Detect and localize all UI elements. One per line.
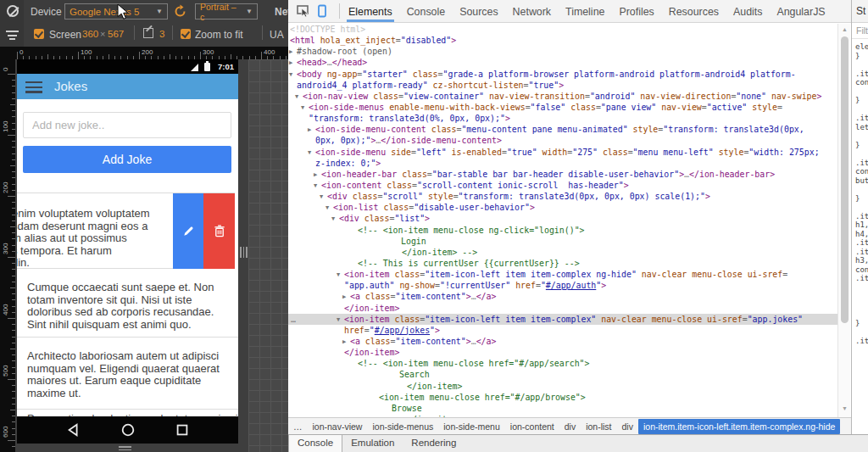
tab-sources[interactable]: Sources (459, 1, 498, 22)
breadcrumb-item[interactable]: ion-side-menu (438, 420, 505, 433)
dom-tree-line[interactable]: android4_4 platform-ready" cz-shortcut-l… (288, 80, 837, 91)
dom-tree-line[interactable]: ▶<ion-side-menu-content class="menu-cont… (288, 124, 837, 135)
dom-tree-line[interactable]: …▼<ion-item class="item-icon-left item i… (288, 314, 837, 325)
dom-tree-line[interactable]: ▼<ion-side-menus enable-menu-with-back-v… (288, 102, 837, 113)
dom-tree-line[interactable]: </ion-item> --> (288, 247, 837, 258)
back-icon[interactable] (66, 422, 81, 438)
code-token: menu-close (647, 315, 702, 324)
home-icon[interactable] (120, 422, 136, 438)
block-overrides-icon[interactable] (7, 5, 19, 17)
css-rule-fragment: .it (855, 70, 868, 79)
dom-tree-line[interactable]: Login (288, 236, 837, 247)
dom-tree-line[interactable]: ▼<ion-side-menu side="left" is-enabled="… (288, 147, 837, 158)
breadcrumb-item[interactable]: ion-side-menus (367, 420, 438, 433)
joke-item-partial[interactable]: Praesentium laudantium voluptatem quia s… (17, 410, 238, 416)
edit-joke-button[interactable] (173, 193, 203, 269)
code-token: <html (290, 36, 315, 45)
tab-profiles[interactable]: Profiles (619, 1, 654, 22)
dom-tree-line[interactable]: <ion-item menu-close href="#/app/browse"… (288, 392, 837, 403)
joke-item[interactable]: Cumque occaecati sunt saepe et. Nontotam… (17, 269, 238, 338)
device-select[interactable]: Google Nexus 5 ▼ (64, 3, 168, 20)
breadcrumb-item[interactable]: div (559, 420, 581, 433)
breadcrumb-item[interactable]: ion-content (505, 420, 559, 433)
scroll-down-icon[interactable]: ▼ (838, 405, 851, 411)
styles-panel-title[interactable]: St (852, 0, 868, 23)
joke-item[interactable]: enim voluptatem voluptatemsdam deserunt … (17, 193, 235, 269)
drawer-tab-rendering[interactable]: Rendering (403, 435, 465, 452)
tab-console[interactable]: Console (407, 1, 445, 22)
orientation-select[interactable]: Portrait – c ▼ (195, 3, 258, 20)
screen-resize-handle[interactable] (240, 247, 248, 258)
dom-tree-line[interactable]: ▼<ion-content class="scroll-content ioni… (288, 180, 837, 191)
breadcrumb-item[interactable]: ion-list (581, 420, 616, 433)
device-mode-icon[interactable] (315, 4, 329, 18)
rotate-icon[interactable] (173, 4, 187, 19)
dom-tree-line[interactable]: ▶<a class="item-content">…</a> (288, 291, 837, 302)
code-token: > (505, 114, 510, 123)
screen-height-value[interactable]: 567 (108, 29, 124, 39)
dom-tree-line[interactable]: ▼<div class="scroll" style="transform: t… (288, 191, 837, 202)
breadcrumb-item[interactable]: … (288, 420, 308, 433)
dom-tree-line[interactable]: "app.auth" ng-show="!currentUser" href="… (288, 280, 837, 291)
hamburger-menu-icon[interactable] (25, 81, 42, 96)
drawer-tab-console[interactable]: Console (288, 435, 342, 452)
code-token: > (435, 326, 440, 335)
dom-tree-line[interactable]: ▼<ion-nav-view class="view-container" na… (288, 91, 837, 102)
joke-item[interactable]: Architecto laboriosam autem ut adipiscin… (17, 338, 238, 410)
device-pixel-ratio-icon (143, 28, 153, 38)
code-token: is-enabled (447, 148, 502, 157)
screen-checkbox[interactable] (34, 29, 44, 39)
dom-tree-line[interactable]: ▶<a class="item-content">…</a> (288, 336, 837, 347)
code-token: 0px, 0px);" (315, 136, 370, 145)
dom-tree-line[interactable]: <!-- This is currentUser {{currentUser}}… (288, 258, 837, 269)
tab-elements[interactable]: Elements (348, 1, 392, 22)
tab-resources[interactable]: Resources (669, 1, 719, 22)
dom-tree-line[interactable]: ▼<body ng-app="starter" class="grade-a p… (288, 69, 837, 80)
dom-tree-line[interactable]: ▼<ion-item class="item-icon-left item it… (288, 269, 837, 280)
tab-angularjs[interactable]: AngularJS (776, 1, 825, 22)
add-joke-button[interactable]: Add Joke (23, 146, 231, 173)
recents-icon[interactable] (175, 422, 190, 438)
new-joke-input[interactable] (23, 112, 231, 138)
dom-tree-line[interactable]: ▶<head>…</head> (288, 57, 837, 68)
dom-tree-line[interactable]: Browse (288, 403, 837, 414)
breadcrumb-item[interactable]: ion-item.item-icon-left.item.item-comple… (638, 419, 840, 434)
dom-tree-line[interactable]: </ion-item> (288, 347, 837, 358)
dom-tree-line[interactable]: <!-- <ion-item menu-close href="#/app/se… (288, 358, 837, 369)
dom-tree-line[interactable]: 0px, 0px);">…</ion-side-menu-content> (288, 135, 837, 146)
styles-filter[interactable]: Filt (852, 23, 868, 39)
code-token: menu-close (687, 270, 742, 279)
height-resize-handle[interactable] (119, 446, 131, 452)
dom-tree-line[interactable]: href="#/app/jokes"> (288, 325, 837, 336)
drawer-tabbar: ConsoleEmulationRendering (288, 434, 868, 452)
scrollbar-thumb[interactable] (841, 36, 849, 323)
dom-tree-line[interactable]: z-index: 0;"> (288, 158, 837, 169)
screen-width-value[interactable]: 360 (82, 29, 98, 39)
dom-tree-line[interactable]: </ion-item> (288, 303, 837, 314)
zoom-to-fit-checkbox[interactable] (181, 29, 191, 39)
dom-tree-line[interactable]: <!-- <ion-item menu-close ng-click="logi… (288, 225, 837, 236)
dom-tree-line[interactable]: <html hola_ext_inject="disabled"> (288, 35, 837, 46)
delete-joke-button[interactable] (203, 193, 235, 269)
scroll-up-icon[interactable]: ▲ (838, 26, 851, 32)
joke-text: Architecto laboriosam autem ut adipiscin… (17, 338, 238, 399)
tab-network[interactable]: Network (513, 1, 551, 22)
inspect-element-icon[interactable] (297, 4, 310, 18)
dom-tree-line[interactable]: <!DOCTYPE html> (288, 24, 837, 35)
network-throttle-icon[interactable] (6, 31, 19, 42)
dom-tree-line[interactable]: ▶<ion-header-bar class="bar-stable bar b… (288, 169, 837, 180)
dom-tree-line[interactable]: "transform: translate3d(0%, 0px, 0px);"> (288, 113, 837, 124)
dom-tree-line[interactable]: ▼<div class="list"> (288, 213, 837, 224)
code-token: > (816, 92, 821, 101)
dom-tree-line[interactable]: ▶#shadow-root (open) (288, 46, 837, 57)
tree-scrollbar[interactable]: ▲ ▼ (837, 24, 850, 417)
breadcrumb-item[interactable]: div (617, 420, 638, 433)
drawer-tab-emulation[interactable]: Emulation (342, 435, 403, 452)
dom-tree-line[interactable]: Search (288, 369, 837, 380)
tab-timeline[interactable]: Timeline (565, 1, 604, 22)
dom-tree-line[interactable]: ▼<ion-list class="disable-user-behavior"… (288, 202, 837, 213)
breadcrumb-item[interactable]: ion-nav-view (308, 420, 368, 433)
dom-tree-line[interactable]: </ion-item> (288, 381, 837, 392)
tab-audits[interactable]: Audits (733, 1, 762, 22)
dpr-value[interactable]: 3 (159, 29, 164, 39)
